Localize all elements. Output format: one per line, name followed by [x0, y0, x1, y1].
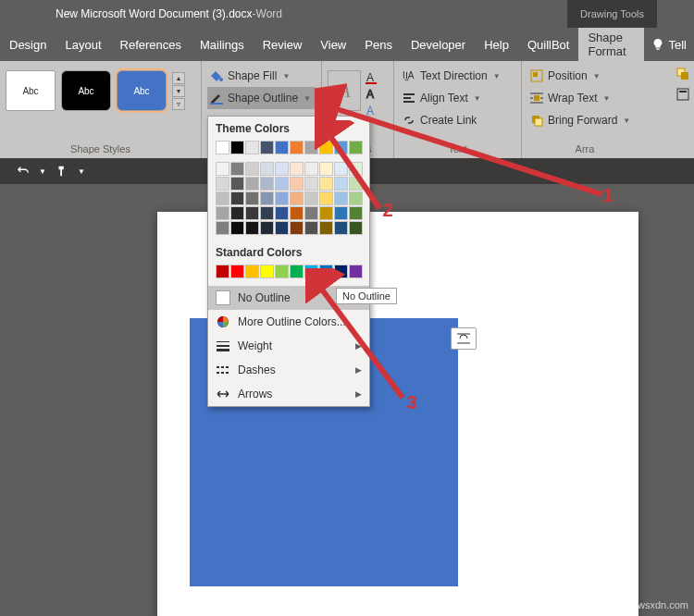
bring-forward-button[interactable]: Bring Forward▼ [527, 109, 642, 131]
color-swatch[interactable] [290, 162, 304, 176]
tell-me[interactable]: Tell [644, 38, 694, 52]
color-swatch[interactable] [245, 162, 259, 176]
color-swatch[interactable] [319, 221, 333, 235]
color-swatch[interactable] [216, 141, 229, 154]
more-outline-colors-item[interactable]: More Outline Colors... [208, 310, 369, 334]
create-link-button[interactable]: Create Link [400, 109, 515, 131]
no-outline-item[interactable]: No Outline No Outline [208, 286, 369, 310]
shape-style-2[interactable]: Abc [61, 70, 111, 111]
color-swatch[interactable] [349, 177, 363, 191]
color-swatch[interactable] [290, 141, 304, 154]
tab-developer[interactable]: Developer [402, 28, 475, 61]
shape-outline-button[interactable]: Shape Outline▼ [207, 87, 316, 109]
color-swatch[interactable] [260, 221, 274, 235]
tab-references[interactable]: References [111, 28, 191, 61]
color-swatch[interactable] [230, 221, 244, 235]
selection-pane-icon[interactable] [675, 87, 690, 102]
color-swatch[interactable] [304, 265, 318, 278]
tab-design[interactable]: Design [0, 28, 56, 61]
color-swatch[interactable] [334, 141, 348, 154]
wordart-gallery[interactable]: A [328, 70, 361, 111]
color-swatch[interactable] [245, 191, 259, 205]
color-swatch[interactable] [245, 141, 259, 154]
color-swatch[interactable] [260, 141, 274, 154]
color-swatch[interactable] [304, 177, 318, 191]
tab-review[interactable]: Review [254, 28, 312, 61]
wrap-text-button[interactable]: Wrap Text▼ [527, 87, 642, 109]
color-swatch[interactable] [334, 162, 348, 176]
color-swatch[interactable] [260, 177, 274, 191]
color-swatch[interactable] [275, 162, 289, 176]
color-swatch[interactable] [245, 221, 259, 235]
color-swatch[interactable] [319, 265, 333, 278]
color-swatch[interactable] [216, 162, 229, 176]
color-swatch[interactable] [334, 191, 348, 205]
color-swatch[interactable] [245, 206, 259, 220]
color-swatch[interactable] [216, 191, 229, 205]
tab-layout[interactable]: Layout [56, 28, 110, 61]
color-swatch[interactable] [304, 206, 318, 220]
color-swatch[interactable] [216, 221, 229, 235]
color-swatch[interactable] [230, 177, 244, 191]
color-swatch[interactable] [275, 221, 289, 235]
undo-icon[interactable] [17, 165, 30, 178]
color-swatch[interactable] [349, 162, 363, 176]
color-swatch[interactable] [275, 265, 289, 278]
tab-shape-format[interactable]: Shape Format [578, 28, 644, 61]
color-swatch[interactable] [349, 265, 363, 278]
color-swatch[interactable] [304, 141, 318, 154]
qat-more[interactable]: ▼ [78, 167, 85, 176]
tab-view[interactable]: View [311, 28, 355, 61]
tab-pens[interactable]: Pens [355, 28, 402, 61]
color-swatch[interactable] [334, 206, 348, 220]
color-swatch[interactable] [245, 265, 259, 278]
format-painter-icon[interactable] [56, 165, 68, 178]
color-swatch[interactable] [319, 206, 333, 220]
color-swatch[interactable] [319, 141, 333, 154]
shape-style-1[interactable]: Abc [6, 70, 56, 111]
color-swatch[interactable] [260, 162, 274, 176]
color-swatch[interactable] [230, 265, 244, 278]
color-swatch[interactable] [319, 191, 333, 205]
color-swatch[interactable] [334, 177, 348, 191]
color-swatch[interactable] [290, 221, 304, 235]
position-button[interactable]: Position▼ [527, 65, 642, 87]
color-swatch[interactable] [349, 191, 363, 205]
color-swatch[interactable] [260, 191, 274, 205]
tab-mailings[interactable]: Mailings [191, 28, 254, 61]
align-text-button[interactable]: Align Text▼ [400, 87, 515, 109]
color-swatch[interactable] [275, 177, 289, 191]
color-swatch[interactable] [290, 191, 304, 205]
tab-help[interactable]: Help [475, 28, 518, 61]
text-direction-button[interactable]: II͍A Text Direction▼ [400, 65, 515, 87]
color-swatch[interactable] [260, 206, 274, 220]
color-swatch[interactable] [334, 265, 348, 278]
color-swatch[interactable] [216, 265, 229, 278]
color-swatch[interactable] [230, 206, 244, 220]
color-swatch[interactable] [245, 177, 259, 191]
color-swatch[interactable] [349, 141, 363, 154]
shape-style-3[interactable]: Abc [117, 70, 167, 111]
color-swatch[interactable] [230, 191, 244, 205]
undo-dropdown[interactable]: ▼ [39, 167, 46, 176]
color-swatch[interactable] [216, 206, 229, 220]
layout-options-button[interactable] [451, 327, 477, 350]
color-swatch[interactable] [319, 177, 333, 191]
color-swatch[interactable] [304, 191, 318, 205]
tab-quillbot[interactable]: QuillBot [518, 28, 579, 61]
color-swatch[interactable] [290, 265, 304, 278]
color-swatch[interactable] [275, 141, 289, 154]
weight-item[interactable]: Weight ▶ [208, 334, 369, 358]
dashes-item[interactable]: Dashes ▶ [208, 358, 369, 382]
shape-fill-button[interactable]: Shape Fill▼ [207, 65, 316, 87]
color-swatch[interactable] [260, 265, 274, 278]
color-swatch[interactable] [275, 206, 289, 220]
color-swatch[interactable] [304, 162, 318, 176]
color-swatch[interactable] [275, 191, 289, 205]
color-swatch[interactable] [349, 206, 363, 220]
send-backward-icon[interactable] [675, 67, 690, 81]
color-swatch[interactable] [290, 177, 304, 191]
color-swatch[interactable] [334, 221, 348, 235]
arrows-item[interactable]: Arrows ▶ [208, 382, 369, 406]
color-swatch[interactable] [319, 162, 333, 176]
